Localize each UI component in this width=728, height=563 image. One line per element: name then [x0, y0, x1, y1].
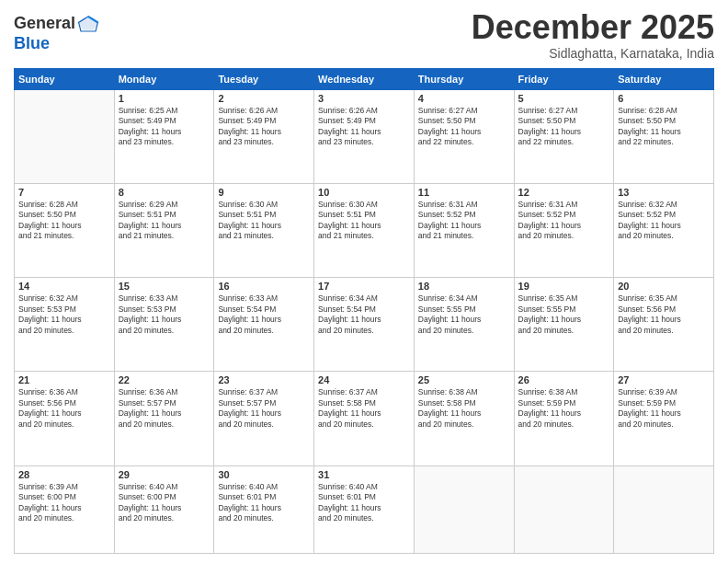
day-cell: 2Sunrise: 6:26 AMSunset: 5:49 PMDaylight… [214, 89, 314, 183]
day-number: 28 [18, 469, 110, 480]
day-cell: 15Sunrise: 6:33 AMSunset: 5:53 PMDayligh… [114, 278, 214, 372]
week-row-1: 7Sunrise: 6:28 AMSunset: 5:50 PMDaylight… [15, 183, 714, 277]
day-header-tuesday: Tuesday [214, 68, 314, 89]
day-info: Sunrise: 6:36 AMSunset: 5:57 PMDaylight:… [119, 387, 210, 430]
day-header-monday: Monday [114, 68, 214, 89]
day-cell: 28Sunrise: 6:39 AMSunset: 6:00 PMDayligh… [15, 465, 115, 553]
day-info: Sunrise: 6:39 AMSunset: 6:00 PMDaylight:… [18, 482, 110, 524]
day-info: Sunrise: 6:38 AMSunset: 5:58 PMDaylight:… [418, 387, 510, 430]
day-info: Sunrise: 6:36 AMSunset: 5:56 PMDaylight:… [18, 387, 110, 430]
day-info: Sunrise: 6:40 AMSunset: 6:00 PMDaylight:… [119, 482, 210, 524]
day-cell [15, 89, 115, 183]
day-info: Sunrise: 6:40 AMSunset: 6:01 PMDaylight:… [218, 482, 310, 524]
day-cell [414, 465, 514, 553]
day-info: Sunrise: 6:39 AMSunset: 5:59 PMDaylight:… [618, 387, 710, 430]
day-number: 26 [518, 374, 610, 385]
logo-icon [77, 13, 99, 35]
day-cell: 3Sunrise: 6:26 AMSunset: 5:49 PMDaylight… [314, 89, 415, 183]
day-number: 4 [418, 93, 510, 104]
day-info: Sunrise: 6:34 AMSunset: 5:54 PMDaylight:… [318, 293, 410, 336]
day-number: 11 [418, 187, 510, 198]
logo-general-text: General [14, 15, 75, 33]
day-info: Sunrise: 6:26 AMSunset: 5:49 PMDaylight:… [318, 106, 410, 148]
day-number: 13 [618, 187, 710, 198]
day-number: 25 [418, 374, 510, 385]
day-info: Sunrise: 6:26 AMSunset: 5:49 PMDaylight:… [218, 106, 310, 148]
day-cell: 1Sunrise: 6:25 AMSunset: 5:49 PMDaylight… [114, 89, 214, 183]
day-cell: 30Sunrise: 6:40 AMSunset: 6:01 PMDayligh… [214, 465, 314, 553]
day-number: 17 [318, 281, 410, 292]
day-number: 2 [218, 93, 310, 104]
day-info: Sunrise: 6:33 AMSunset: 5:54 PMDaylight:… [218, 293, 310, 336]
day-number: 27 [618, 374, 710, 385]
day-cell: 8Sunrise: 6:29 AMSunset: 5:51 PMDaylight… [114, 183, 214, 277]
day-number: 22 [119, 374, 210, 385]
day-number: 30 [218, 469, 310, 480]
location: Sidlaghatta, Karnataka, India [472, 46, 714, 61]
day-info: Sunrise: 6:38 AMSunset: 5:59 PMDaylight:… [518, 387, 610, 430]
day-header-friday: Friday [514, 68, 614, 89]
day-info: Sunrise: 6:31 AMSunset: 5:52 PMDaylight:… [418, 200, 510, 242]
day-number: 19 [518, 281, 610, 292]
logo-blue-text: Blue [14, 34, 50, 52]
day-number: 16 [218, 281, 310, 292]
day-cell: 31Sunrise: 6:40 AMSunset: 6:01 PMDayligh… [314, 465, 415, 553]
day-number: 6 [618, 93, 710, 104]
day-cell: 18Sunrise: 6:34 AMSunset: 5:55 PMDayligh… [414, 278, 514, 372]
day-cell: 21Sunrise: 6:36 AMSunset: 5:56 PMDayligh… [15, 372, 115, 465]
day-cell: 9Sunrise: 6:30 AMSunset: 5:51 PMDaylight… [214, 183, 314, 277]
day-cell [514, 465, 614, 553]
day-cell: 12Sunrise: 6:31 AMSunset: 5:52 PMDayligh… [514, 183, 614, 277]
week-row-4: 28Sunrise: 6:39 AMSunset: 6:00 PMDayligh… [15, 465, 714, 553]
day-cell: 10Sunrise: 6:30 AMSunset: 5:51 PMDayligh… [314, 183, 415, 277]
day-info: Sunrise: 6:35 AMSunset: 5:56 PMDaylight:… [618, 293, 710, 336]
day-info: Sunrise: 6:30 AMSunset: 5:51 PMDaylight:… [218, 200, 310, 242]
day-cell: 19Sunrise: 6:35 AMSunset: 5:55 PMDayligh… [514, 278, 614, 372]
day-number: 3 [318, 93, 410, 104]
calendar-header-row: SundayMondayTuesdayWednesdayThursdayFrid… [15, 68, 714, 89]
day-cell: 14Sunrise: 6:32 AMSunset: 5:53 PMDayligh… [15, 278, 115, 372]
day-cell: 25Sunrise: 6:38 AMSunset: 5:58 PMDayligh… [414, 372, 514, 465]
day-info: Sunrise: 6:27 AMSunset: 5:50 PMDaylight:… [418, 106, 510, 148]
day-info: Sunrise: 6:33 AMSunset: 5:53 PMDaylight:… [119, 293, 210, 336]
day-cell: 27Sunrise: 6:39 AMSunset: 5:59 PMDayligh… [614, 372, 714, 465]
day-number: 20 [618, 281, 710, 292]
day-info: Sunrise: 6:37 AMSunset: 5:58 PMDaylight:… [318, 387, 410, 430]
day-info: Sunrise: 6:32 AMSunset: 5:52 PMDaylight:… [618, 200, 710, 242]
day-info: Sunrise: 6:31 AMSunset: 5:52 PMDaylight:… [518, 200, 610, 242]
day-number: 31 [318, 469, 410, 480]
day-header-saturday: Saturday [614, 68, 714, 89]
day-info: Sunrise: 6:32 AMSunset: 5:53 PMDaylight:… [18, 293, 110, 336]
day-number: 14 [18, 281, 110, 292]
day-header-thursday: Thursday [414, 68, 514, 89]
day-info: Sunrise: 6:30 AMSunset: 5:51 PMDaylight:… [318, 200, 410, 242]
day-number: 10 [318, 187, 410, 198]
day-info: Sunrise: 6:40 AMSunset: 6:01 PMDaylight:… [318, 482, 410, 524]
day-cell: 23Sunrise: 6:37 AMSunset: 5:57 PMDayligh… [214, 372, 314, 465]
title-block: December 2025 Sidlaghatta, Karnataka, In… [472, 9, 714, 61]
day-number: 7 [18, 187, 110, 198]
day-number: 8 [119, 187, 210, 198]
day-cell: 16Sunrise: 6:33 AMSunset: 5:54 PMDayligh… [214, 278, 314, 372]
day-cell: 4Sunrise: 6:27 AMSunset: 5:50 PMDaylight… [414, 89, 514, 183]
day-cell: 7Sunrise: 6:28 AMSunset: 5:50 PMDaylight… [15, 183, 115, 277]
day-number: 29 [119, 469, 210, 480]
day-number: 5 [518, 93, 610, 104]
day-cell: 24Sunrise: 6:37 AMSunset: 5:58 PMDayligh… [314, 372, 415, 465]
day-number: 12 [518, 187, 610, 198]
day-cell: 17Sunrise: 6:34 AMSunset: 5:54 PMDayligh… [314, 278, 415, 372]
day-info: Sunrise: 6:34 AMSunset: 5:55 PMDaylight:… [418, 293, 510, 336]
week-row-0: 1Sunrise: 6:25 AMSunset: 5:49 PMDaylight… [15, 89, 714, 183]
day-cell: 6Sunrise: 6:28 AMSunset: 5:50 PMDaylight… [614, 89, 714, 183]
week-row-3: 21Sunrise: 6:36 AMSunset: 5:56 PMDayligh… [15, 372, 714, 465]
day-number: 23 [218, 374, 310, 385]
day-cell: 26Sunrise: 6:38 AMSunset: 5:59 PMDayligh… [514, 372, 614, 465]
day-number: 9 [218, 187, 310, 198]
header: General Blue December 2025 Sidlaghatta, … [14, 9, 714, 61]
day-cell [614, 465, 714, 553]
day-info: Sunrise: 6:37 AMSunset: 5:57 PMDaylight:… [218, 387, 310, 430]
day-header-wednesday: Wednesday [314, 68, 415, 89]
day-number: 21 [18, 374, 110, 385]
day-info: Sunrise: 6:28 AMSunset: 5:50 PMDaylight:… [618, 106, 710, 148]
day-info: Sunrise: 6:28 AMSunset: 5:50 PMDaylight:… [18, 200, 110, 242]
